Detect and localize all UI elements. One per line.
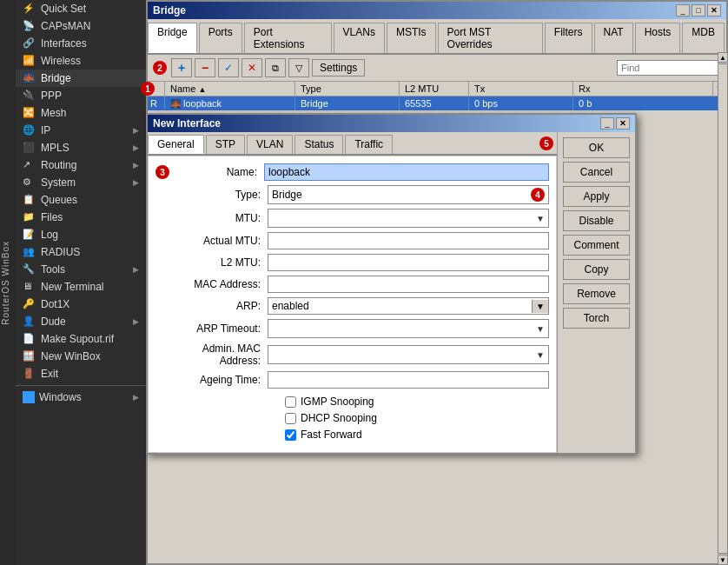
sidebar-item-ip[interactable]: 🌐 IP ▶ xyxy=(16,122,146,139)
cell-rx: 0 b xyxy=(573,96,726,110)
badge-3: 3 xyxy=(156,165,169,179)
main-area: 1 Bridge _ □ ✕ Bridge Ports Port Extensi… xyxy=(146,0,728,565)
table-row[interactable]: R 🌉 loopback Bridge 65535 0 bps 0 b xyxy=(148,96,726,110)
sidebar-item-mesh[interactable]: 🔀 Mesh xyxy=(16,104,146,122)
sidebar-label: Interfaces xyxy=(41,37,87,50)
dialog-title-buttons: _ ✕ xyxy=(600,117,630,130)
sidebar-item-windows[interactable]: Windows ▶ xyxy=(16,389,146,406)
system-icon: ⚙ xyxy=(23,176,36,189)
form-row-mac: MAC Address: xyxy=(156,276,549,293)
settings-button[interactable]: Settings xyxy=(312,59,365,76)
type-select[interactable]: Bridge 4 xyxy=(268,185,549,204)
sidebar-item-interfaces[interactable]: 🔗 Interfaces xyxy=(16,35,146,52)
name-input[interactable] xyxy=(264,163,549,181)
tab-bridge[interactable]: Bridge xyxy=(148,23,197,53)
sidebar-item-dot1x[interactable]: 🔑 Dot1X xyxy=(16,296,146,313)
find-input[interactable] xyxy=(617,60,721,76)
tab-vlan[interactable]: VLAN xyxy=(247,135,293,154)
tab-hosts[interactable]: Hosts xyxy=(635,23,681,53)
ageing-input[interactable]: 00:05:00 xyxy=(268,371,549,389)
copy-button[interactable]: Copy xyxy=(563,259,630,280)
title-buttons: _ □ ✕ xyxy=(676,4,721,17)
sidebar-item-new-terminal[interactable]: 🖥 New Terminal xyxy=(16,278,146,296)
cancel-button[interactable]: ✕ xyxy=(242,58,262,77)
actual-mtu-input[interactable] xyxy=(268,232,549,249)
fast-forward-checkbox[interactable] xyxy=(285,429,296,441)
tab-port-mst-overrides[interactable]: Port MST Overrides xyxy=(438,23,543,53)
torch-button[interactable]: Torch xyxy=(563,308,630,329)
tab-filters[interactable]: Filters xyxy=(545,23,592,53)
filter-button[interactable]: ▽ xyxy=(288,58,309,77)
apply-button[interactable]: Apply xyxy=(563,186,630,207)
scroll-up[interactable]: ▲ xyxy=(718,52,728,63)
remove-button[interactable]: Remove xyxy=(563,283,630,304)
chevron-right-icon: ▶ xyxy=(133,126,139,135)
arp-timeout-select[interactable]: ▼ xyxy=(268,319,549,338)
add-button[interactable]: + xyxy=(171,58,192,77)
tab-nat[interactable]: NAT xyxy=(594,23,633,53)
scroll-down[interactable]: ▼ xyxy=(718,555,728,565)
table-header: Name ▲ Type L2 MTU Tx Rx ▼ xyxy=(148,82,726,96)
badge-5: 5 xyxy=(539,136,553,150)
tab-status[interactable]: Status xyxy=(295,135,343,154)
sidebar-item-system[interactable]: ⚙ System ▶ xyxy=(16,174,146,191)
arp-label: ARP: xyxy=(176,300,268,312)
windows-icon xyxy=(23,391,35,403)
disable-button[interactable]: Disable xyxy=(563,210,630,231)
ok-button[interactable]: OK xyxy=(563,137,630,158)
maximize-button[interactable]: □ xyxy=(692,4,705,17)
sidebar-item-routing[interactable]: ↗ Routing ▶ xyxy=(16,156,146,174)
l2mtu-input[interactable] xyxy=(268,254,549,271)
sidebar-item-files[interactable]: 📁 Files xyxy=(16,209,146,226)
tab-traffic[interactable]: Traffic xyxy=(345,135,393,154)
sidebar-item-supout[interactable]: 📄 Make Supout.rif xyxy=(16,330,146,348)
sidebar-item-wireless[interactable]: 📶 Wireless xyxy=(16,52,146,70)
sidebar-item-log[interactable]: 📝 Log xyxy=(16,226,146,243)
sidebar-item-queues[interactable]: 📋 Queues xyxy=(16,191,146,209)
igmp-checkbox[interactable] xyxy=(285,396,296,408)
comment-button[interactable]: Comment xyxy=(563,235,630,256)
arp-select[interactable]: enabled ▼ xyxy=(268,297,549,315)
tab-stp[interactable]: STP xyxy=(206,135,245,154)
tab-ports[interactable]: Ports xyxy=(199,23,242,53)
dhcp-checkbox[interactable] xyxy=(285,413,296,424)
remove-button[interactable]: − xyxy=(195,58,215,77)
tab-mdb[interactable]: MDB xyxy=(682,23,725,53)
sidebar-label: New WinBox xyxy=(41,350,101,362)
sidebar-item-mpls[interactable]: ⬛ MPLS ▶ xyxy=(16,139,146,156)
tab-port-extensions[interactable]: Port Extensions xyxy=(244,23,332,53)
sidebar-item-dude[interactable]: 👤 Dude ▶ xyxy=(16,313,146,330)
sidebar-item-capsman[interactable]: 📡 CAPsMAN xyxy=(16,17,146,35)
sidebar-item-tools[interactable]: 🔧 Tools ▶ xyxy=(16,261,146,278)
tab-vlans[interactable]: VLANs xyxy=(334,23,385,53)
minimize-button[interactable]: _ xyxy=(676,4,690,17)
dialog-close-button[interactable]: ✕ xyxy=(616,117,630,130)
mtu-select[interactable]: ▼ xyxy=(268,209,549,228)
tab-general[interactable]: General xyxy=(148,135,204,154)
form-body: 3 Name: Type: Bridge xyxy=(148,156,557,453)
sidebar-item-radius[interactable]: 👥 RADIUS xyxy=(16,243,146,261)
dialog-minimize-button[interactable]: _ xyxy=(600,117,614,130)
form-row-admin-mac: Admin. MAC Address: ▼ xyxy=(156,342,549,367)
sidebar-item-bridge[interactable]: 🌉 Bridge xyxy=(16,70,146,87)
close-button[interactable]: ✕ xyxy=(707,4,721,17)
arp-dropdown-icon[interactable]: ▼ xyxy=(532,300,548,313)
admin-mac-select[interactable]: ▼ xyxy=(268,345,549,364)
edit-button[interactable]: ✓ xyxy=(218,58,239,77)
sidebar-item-new-winbox[interactable]: 🪟 New WinBox xyxy=(16,348,146,365)
sidebar-label: New Terminal xyxy=(41,281,103,293)
form-row-fast-forward: Fast Forward xyxy=(264,429,549,441)
cancel-button[interactable]: Cancel xyxy=(563,162,630,183)
new-interface-dialog: New Interface _ ✕ General STP VLAN xyxy=(146,113,637,455)
mac-input[interactable] xyxy=(268,276,549,293)
chevron-right-icon: ▶ xyxy=(133,143,139,152)
tab-mstis[interactable]: MSTIs xyxy=(387,23,436,53)
sidebar-item-quickset[interactable]: ⚡ Quick Set xyxy=(16,0,146,17)
scroll-thumb[interactable] xyxy=(718,63,728,554)
sidebar-item-exit[interactable]: 🚪 Exit xyxy=(16,365,146,382)
sidebar-item-ppp[interactable]: 🔌 PPP xyxy=(16,87,146,104)
sidebar-label: Files xyxy=(41,211,63,223)
sidebar-label: Queues xyxy=(41,194,77,206)
mesh-icon: 🔀 xyxy=(23,107,36,119)
copy-button[interactable]: ⧉ xyxy=(265,58,286,77)
